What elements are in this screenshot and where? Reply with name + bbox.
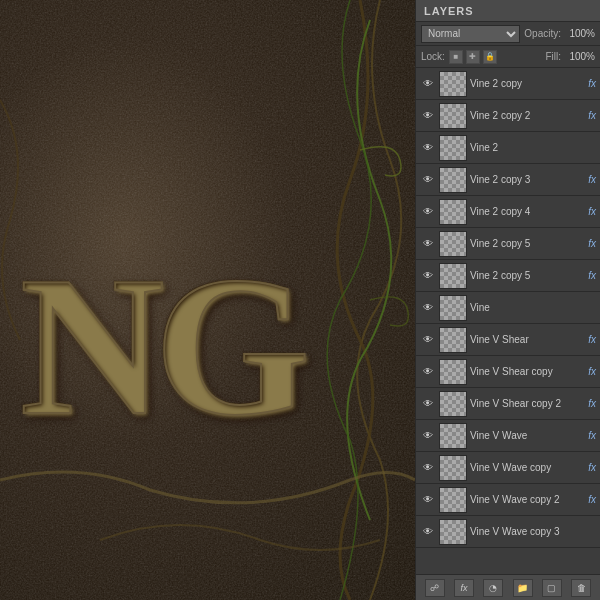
layer-name: Vine V Shear — [470, 334, 585, 345]
layer-thumbnail — [439, 359, 467, 385]
visibility-toggle[interactable]: 👁 — [420, 460, 436, 476]
layer-name: Vine V Wave copy 3 — [470, 526, 596, 537]
fx-button[interactable]: fx — [454, 579, 474, 597]
fx-badge: fx — [588, 462, 596, 473]
fx-badge: fx — [588, 238, 596, 249]
visibility-toggle[interactable]: 👁 — [420, 140, 436, 156]
layer-name: Vine 2 copy 5 — [470, 238, 585, 249]
layer-thumbnail — [439, 71, 467, 97]
layer-item[interactable]: 👁Vine 2 copy 4fx — [416, 196, 600, 228]
lock-position-button[interactable]: ✚ — [466, 50, 480, 64]
layer-name: Vine 2 copy 3 — [470, 174, 585, 185]
fx-badge: fx — [588, 366, 596, 377]
visibility-toggle[interactable]: 👁 — [420, 492, 436, 508]
layer-item[interactable]: 👁Vine V Shear copy 2fx — [416, 388, 600, 420]
fill-value: 100% — [565, 51, 595, 62]
new-fill-adjustment-button[interactable]: ◔ — [483, 579, 503, 597]
layer-thumbnail — [439, 263, 467, 289]
canvas-background: NG — [0, 0, 415, 600]
lock-label: Lock: — [421, 51, 445, 62]
new-layer-button[interactable]: ▢ — [542, 579, 562, 597]
blend-mode-select[interactable]: Normal Multiply Screen — [421, 25, 520, 43]
layers-panel: LAYERS Normal Multiply Screen Opacity: 1… — [415, 0, 600, 600]
lock-row: Lock: ■ ✚ 🔒 Fill: 100% — [416, 46, 600, 68]
layers-list[interactable]: 👁Vine 2 copyfx👁Vine 2 copy 2fx👁Vine 2👁Vi… — [416, 68, 600, 574]
layer-name: Vine 2 copy 4 — [470, 206, 585, 217]
layer-thumbnail — [439, 295, 467, 321]
visibility-toggle[interactable]: 👁 — [420, 524, 436, 540]
fx-badge: fx — [588, 78, 596, 89]
layer-thumbnail — [439, 423, 467, 449]
layer-thumbnail — [439, 199, 467, 225]
layer-item[interactable]: 👁Vine V Wave copyfx — [416, 452, 600, 484]
layer-item[interactable]: 👁Vine V Wave copy 3 — [416, 516, 600, 548]
layer-item[interactable]: 👁Vine 2 copy 5fx — [416, 260, 600, 292]
fx-badge: fx — [588, 398, 596, 409]
opacity-label: Opacity: — [524, 28, 561, 39]
fx-badge: fx — [588, 494, 596, 505]
layer-thumbnail — [439, 455, 467, 481]
link-layers-button[interactable]: ☍ — [425, 579, 445, 597]
visibility-toggle[interactable]: 👁 — [420, 204, 436, 220]
layer-item[interactable]: 👁Vine 2 copy 2fx — [416, 100, 600, 132]
canvas-text: NG — [20, 231, 300, 460]
layer-item[interactable]: 👁Vine V Wavefx — [416, 420, 600, 452]
app-window: NG LAYERS Normal Multiply Screen Opacity… — [0, 0, 600, 600]
layer-name: Vine 2 copy — [470, 78, 585, 89]
fx-badge: fx — [588, 270, 596, 281]
fx-badge: fx — [588, 430, 596, 441]
layer-name: Vine V Shear copy 2 — [470, 398, 585, 409]
visibility-toggle[interactable]: 👁 — [420, 300, 436, 316]
fx-badge: fx — [588, 334, 596, 345]
visibility-toggle[interactable]: 👁 — [420, 396, 436, 412]
opacity-value: 100% — [565, 28, 595, 39]
layer-name: Vine — [470, 302, 596, 313]
fx-badge: fx — [588, 110, 596, 121]
fill-label: Fill: — [545, 51, 561, 62]
layer-thumbnail — [439, 231, 467, 257]
layer-name: Vine 2 copy 5 — [470, 270, 585, 281]
delete-layer-button[interactable]: 🗑 — [571, 579, 591, 597]
layer-name: Vine V Wave copy 2 — [470, 494, 585, 505]
visibility-toggle[interactable]: 👁 — [420, 364, 436, 380]
panel-title: LAYERS — [424, 5, 474, 17]
panel-header: LAYERS — [416, 0, 600, 22]
visibility-toggle[interactable]: 👁 — [420, 236, 436, 252]
layer-item[interactable]: 👁Vine V Shearfx — [416, 324, 600, 356]
layer-thumbnail — [439, 135, 467, 161]
layer-item[interactable]: 👁Vine V Wave copy 2fx — [416, 484, 600, 516]
layer-item[interactable]: 👁Vine — [416, 292, 600, 324]
layer-item[interactable]: 👁Vine 2 copyfx — [416, 68, 600, 100]
visibility-toggle[interactable]: 👁 — [420, 332, 436, 348]
layer-item[interactable]: 👁Vine V Shear copyfx — [416, 356, 600, 388]
layer-thumbnail — [439, 391, 467, 417]
fx-badge: fx — [588, 206, 596, 217]
layer-name: Vine 2 copy 2 — [470, 110, 585, 121]
layer-thumbnail — [439, 487, 467, 513]
visibility-toggle[interactable]: 👁 — [420, 108, 436, 124]
layer-thumbnail — [439, 167, 467, 193]
lock-icons: ■ ✚ 🔒 — [449, 50, 497, 64]
panel-footer: ☍ fx ◔ 📁 ▢ 🗑 — [416, 574, 600, 600]
visibility-toggle[interactable]: 👁 — [420, 76, 436, 92]
layer-name: Vine V Shear copy — [470, 366, 585, 377]
layer-item[interactable]: 👁Vine 2 — [416, 132, 600, 164]
lock-pixels-button[interactable]: ■ — [449, 50, 463, 64]
layer-name: Vine V Wave copy — [470, 462, 585, 473]
visibility-toggle[interactable]: 👁 — [420, 268, 436, 284]
layer-name: Vine 2 — [470, 142, 596, 153]
new-group-button[interactable]: 📁 — [513, 579, 533, 597]
layer-thumbnail — [439, 519, 467, 545]
layer-item[interactable]: 👁Vine 2 copy 5fx — [416, 228, 600, 260]
layer-name: Vine V Wave — [470, 430, 585, 441]
layer-item[interactable]: 👁Vine 2 copy 3fx — [416, 164, 600, 196]
layer-thumbnail — [439, 327, 467, 353]
layer-thumbnail — [439, 103, 467, 129]
blend-mode-row: Normal Multiply Screen Opacity: 100% — [416, 22, 600, 46]
lock-all-button[interactable]: 🔒 — [483, 50, 497, 64]
canvas-area: NG — [0, 0, 415, 600]
visibility-toggle[interactable]: 👁 — [420, 428, 436, 444]
visibility-toggle[interactable]: 👁 — [420, 172, 436, 188]
fx-badge: fx — [588, 174, 596, 185]
